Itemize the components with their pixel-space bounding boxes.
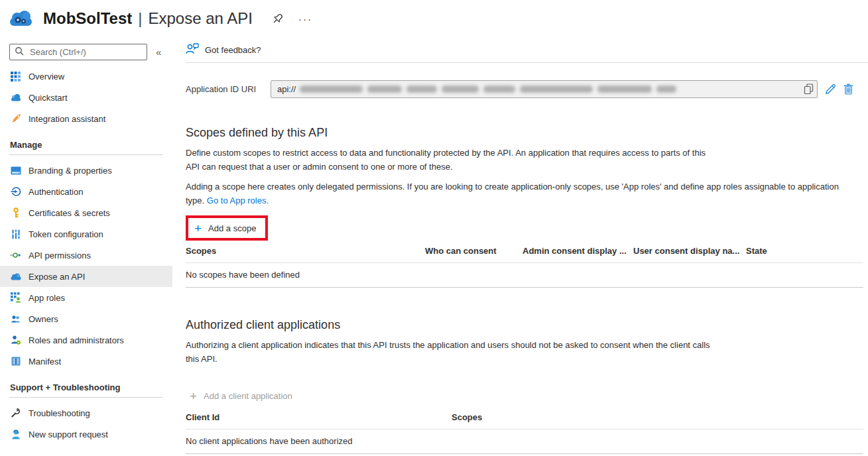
- sidebar-item-label: Authentication: [29, 187, 83, 197]
- token-configuration-icon: [10, 229, 21, 239]
- sidebar-item-label: Manifest: [29, 357, 61, 367]
- clients-description-line1: Authorizing a client application indicat…: [186, 338, 868, 352]
- divider: [9, 397, 163, 398]
- redacted-uri-value: [300, 86, 676, 93]
- application-id-uri-value: api://: [271, 80, 818, 98]
- app-cloud-gears-icon: [9, 9, 35, 28]
- scopes-empty-row: No scopes have been defined: [186, 263, 863, 288]
- api-permissions-icon: [10, 252, 21, 258]
- quickstart-icon: [10, 93, 21, 101]
- scopes-section-title: Scopes defined by this API: [186, 126, 868, 140]
- scopes-note-line1: Adding a scope here creates only delegat…: [186, 180, 868, 194]
- scopes-description-line2: API can request that a user or admin con…: [186, 160, 868, 174]
- red-annotation-box: + Add a scope: [186, 215, 268, 241]
- application-id-uri-label: Application ID URI: [186, 84, 271, 94]
- main-content: Got feedback? Application ID URI api://: [172, 37, 868, 454]
- scopes-table: Scopes Who can consent Admin consent dis…: [186, 246, 863, 288]
- roles-administrators-icon: [10, 335, 21, 345]
- divider: [9, 154, 163, 155]
- col-client-id[interactable]: Client Id: [186, 412, 452, 422]
- overview-icon: [10, 72, 21, 82]
- sidebar-item-label: Expose an API: [29, 272, 85, 282]
- uri-prefix: api://: [277, 84, 296, 94]
- page-header: MobSolTest | Expose an API ···: [0, 0, 868, 37]
- got-feedback-button[interactable]: Got feedback?: [205, 45, 261, 55]
- sidebar-item-label: New support request: [29, 429, 108, 439]
- sidebar-item-integration-assistant[interactable]: Integration assistant: [0, 108, 172, 129]
- branding-icon: [10, 166, 21, 175]
- clients-table: Client Id Scopes No client applications …: [186, 412, 863, 454]
- new-support-request-icon: [10, 429, 21, 439]
- sidebar-item-authentication[interactable]: Authentication: [0, 181, 172, 202]
- sidebar-search[interactable]: [9, 44, 147, 60]
- sidebar-item-label: Overview: [29, 72, 64, 82]
- sidebar-item-label: Certificates & secrets: [29, 208, 110, 218]
- title-separator: |: [138, 9, 142, 28]
- edit-icon[interactable]: [825, 84, 836, 95]
- sidebar-item-quickstart[interactable]: Quickstart: [0, 87, 172, 108]
- add-a-scope-button[interactable]: + Add a scope: [188, 218, 265, 238]
- expose-api-icon: [10, 273, 21, 280]
- add-a-client-application-button[interactable]: + Add a client application: [186, 386, 868, 406]
- sidebar-item-roles-and-administrators[interactable]: Roles and administrators: [0, 329, 172, 351]
- sidebar: « Overview: [0, 37, 172, 445]
- copy-icon[interactable]: [804, 84, 814, 97]
- scopes-note: Adding a scope here creates only delegat…: [186, 180, 868, 207]
- go-to-app-roles-link[interactable]: Go to App roles.: [207, 196, 269, 205]
- feedback-icon: [186, 43, 199, 56]
- sidebar-item-certificates-secrets[interactable]: Certificates & secrets: [0, 202, 172, 223]
- delete-icon[interactable]: [843, 84, 853, 95]
- command-bar: Got feedback?: [186, 37, 868, 63]
- owners-icon: [10, 315, 21, 323]
- plus-icon: +: [190, 390, 197, 402]
- sidebar-item-manifest[interactable]: Manifest: [0, 351, 172, 372]
- clients-section-title: Authorized client applications: [186, 318, 868, 332]
- clients-description: Authorizing a client application indicat…: [186, 338, 868, 366]
- authentication-icon: [10, 186, 21, 197]
- search-input[interactable]: [29, 46, 142, 58]
- sidebar-item-new-support-request[interactable]: New support request: [0, 424, 172, 445]
- more-options-icon[interactable]: ···: [298, 13, 312, 25]
- blade-title: Expose an API: [148, 9, 252, 28]
- sidebar-item-owners[interactable]: Owners: [0, 308, 172, 329]
- pin-icon[interactable]: [271, 13, 284, 25]
- sidebar-item-label: Integration assistant: [29, 114, 105, 124]
- troubleshooting-icon: [10, 408, 21, 418]
- manifest-icon: [10, 357, 21, 366]
- sidebar-item-branding-properties[interactable]: Branding & properties: [0, 160, 172, 181]
- application-id-uri-row: Application ID URI api://: [186, 80, 868, 98]
- clients-table-header: Client Id Scopes: [186, 412, 863, 429]
- col-admin-consent-display[interactable]: Admin consent display ...: [523, 246, 633, 256]
- sidebar-section-support: Support + Troubleshooting: [0, 372, 172, 397]
- sidebar-item-troubleshooting[interactable]: Troubleshooting: [0, 402, 172, 424]
- sidebar-item-api-permissions[interactable]: API permissions: [0, 245, 172, 266]
- sidebar-item-label: Token configuration: [29, 229, 103, 239]
- sidebar-item-expose-an-api[interactable]: Expose an API: [0, 266, 172, 287]
- col-user-consent-display[interactable]: User consent display na...: [633, 246, 746, 256]
- clients-description-line2: this API.: [186, 352, 868, 366]
- app-name: MobSolTest: [43, 9, 132, 28]
- sidebar-item-overview[interactable]: Overview: [0, 66, 172, 87]
- scopes-table-header: Scopes Who can consent Admin consent dis…: [186, 246, 863, 262]
- scopes-note-line2: type. Go to App roles.: [186, 194, 868, 207]
- sidebar-item-label: Troubleshooting: [29, 408, 90, 418]
- sidebar-item-label: Owners: [29, 314, 58, 324]
- col-state[interactable]: State: [746, 246, 863, 256]
- certificates-icon: [10, 207, 21, 218]
- sidebar-item-label: Roles and administrators: [29, 335, 124, 345]
- sidebar-item-label: Quickstart: [29, 93, 68, 103]
- scopes-description: Define custom scopes to restrict access …: [186, 146, 868, 174]
- collapse-sidebar-icon[interactable]: «: [156, 46, 161, 58]
- sidebar-item-app-roles[interactable]: App roles: [0, 287, 172, 308]
- integration-assistant-icon: [10, 113, 21, 124]
- sidebar-item-label: App roles: [29, 293, 65, 303]
- sidebar-item-label: API permissions: [29, 251, 91, 260]
- col-who-can-consent[interactable]: Who can consent: [425, 246, 523, 256]
- sidebar-item-token-configuration[interactable]: Token configuration: [0, 223, 172, 245]
- search-icon: [15, 46, 24, 58]
- col-client-scopes[interactable]: Scopes: [452, 412, 863, 422]
- scopes-description-line1: Define custom scopes to restrict access …: [186, 146, 868, 160]
- col-scopes[interactable]: Scopes: [186, 246, 425, 256]
- app-roles-icon: [10, 292, 21, 303]
- page-title: MobSolTest | Expose an API: [43, 9, 253, 28]
